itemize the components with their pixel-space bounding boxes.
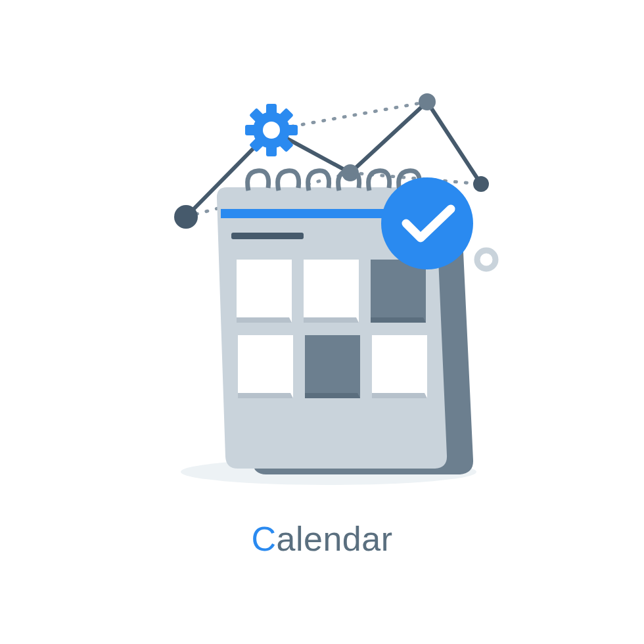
svg-point-9: [419, 93, 436, 110]
illustration-stage: Calendar: [0, 0, 644, 644]
gear-icon: [245, 104, 298, 156]
svg-rect-18: [231, 233, 304, 239]
svg-line-3: [427, 102, 481, 184]
caption-accent: C: [251, 520, 276, 558]
svg-marker-23: [304, 317, 359, 323]
accent-ring: [477, 250, 495, 269]
svg-point-7: [174, 205, 198, 229]
svg-marker-21: [237, 317, 292, 323]
svg-marker-29: [305, 393, 360, 398]
svg-rect-24: [371, 260, 426, 323]
caption-rest: alendar: [277, 520, 393, 558]
svg-point-16: [263, 122, 280, 139]
svg-rect-26: [238, 335, 293, 398]
svg-marker-25: [371, 317, 426, 323]
svg-rect-30: [372, 335, 427, 398]
svg-rect-19: [237, 260, 292, 323]
svg-point-32: [381, 177, 473, 269]
caption: Calendar: [0, 519, 644, 559]
svg-point-10: [473, 176, 489, 192]
svg-marker-31: [372, 393, 427, 398]
svg-line-2: [350, 102, 427, 173]
checkmark-badge: [381, 177, 473, 269]
svg-rect-22: [304, 260, 359, 323]
svg-rect-28: [305, 335, 360, 398]
svg-marker-27: [238, 393, 293, 398]
